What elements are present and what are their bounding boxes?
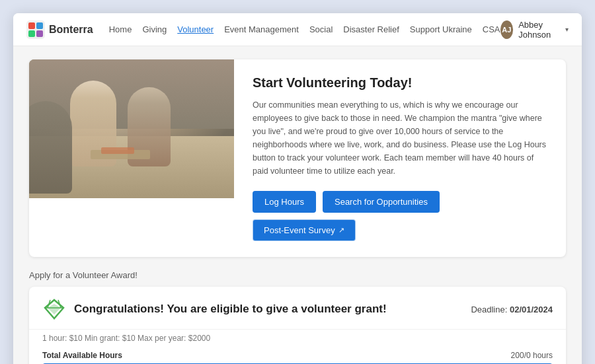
grant-title: Congratulations! You are eligible to giv… [74,303,471,316]
svg-rect-2 [36,22,43,29]
section-label: Apply for a Volunteer Award! [29,270,566,280]
svg-rect-3 [28,30,35,37]
figure-front [29,101,72,194]
food-item [101,147,134,154]
progress-label: Total Available Hours [42,351,122,360]
post-event-survey-button[interactable]: Post-Event Survey ↗ [253,219,356,241]
user-menu[interactable]: AJ Abbey Johnson ▾ [500,20,569,40]
nav-giving[interactable]: Giving [142,24,167,34]
hero-content: Start Volunteering Today! Our communitie… [234,59,566,257]
grant-header: Congratulations! You are eligible to giv… [29,287,566,330]
nav-event-management[interactable]: Event Management [224,24,299,34]
deadline-label: Deadline: [471,305,510,314]
deadline-value: 02/01/2024 [510,305,553,314]
svg-rect-1 [28,22,35,29]
logo-area[interactable]: Bonterra [26,20,93,39]
progress-section: Total Available Hours 200/0 hours [29,348,566,364]
log-hours-button[interactable]: Log Hours [253,191,316,213]
hero-card: Start Volunteering Today! Our communitie… [29,59,566,257]
external-link-icon: ↗ [338,226,344,235]
hero-buttons: Log Hours Search for Opportunities Post-… [253,191,547,241]
hero-description: Our communities mean everything to us, w… [253,98,547,178]
nav-volunteer[interactable]: Volunteer [177,24,214,34]
user-avatar: AJ [500,20,514,39]
nav-disaster-relief[interactable]: Disaster Relief [343,24,399,34]
nav-social[interactable]: Social [309,24,333,34]
nav-csa[interactable]: CSA [483,24,500,34]
svg-rect-4 [36,30,43,37]
logo-text: Bonterra [49,24,93,36]
progress-label-row: Total Available Hours 200/0 hours [42,351,553,360]
user-name: Abbey Johnson [518,20,560,40]
photo-simulation [29,59,234,198]
nav-home[interactable]: Home [109,24,132,34]
survey-label: Post-Event Survey [264,225,335,235]
user-initials: AJ [502,26,511,34]
navbar: Bonterra Home Giving Volunteer Event Man… [13,13,582,46]
grant-card: Congratulations! You are eligible to giv… [29,287,566,364]
nav-support-ukraine[interactable]: Support Ukraine [410,24,472,34]
grant-subtitle: 1 hour: $10 Min grant: $10 Max per year:… [29,330,566,348]
main-content: Start Volunteering Today! Our communitie… [13,46,582,364]
nav-links: Home Giving Volunteer Event Management S… [109,24,500,34]
progress-hours: 200/0 hours [511,351,553,360]
search-opportunities-button[interactable]: Search for Opportunities [323,191,440,213]
browser-window: Bonterra Home Giving Volunteer Event Man… [13,13,582,364]
chevron-down-icon: ▾ [565,26,569,33]
grant-diamond-icon [42,297,66,321]
logo-icon [26,20,45,39]
grant-deadline-area: Deadline: 02/01/2024 [471,303,553,315]
hero-image [29,59,234,198]
hero-title: Start Volunteering Today! [253,75,547,91]
